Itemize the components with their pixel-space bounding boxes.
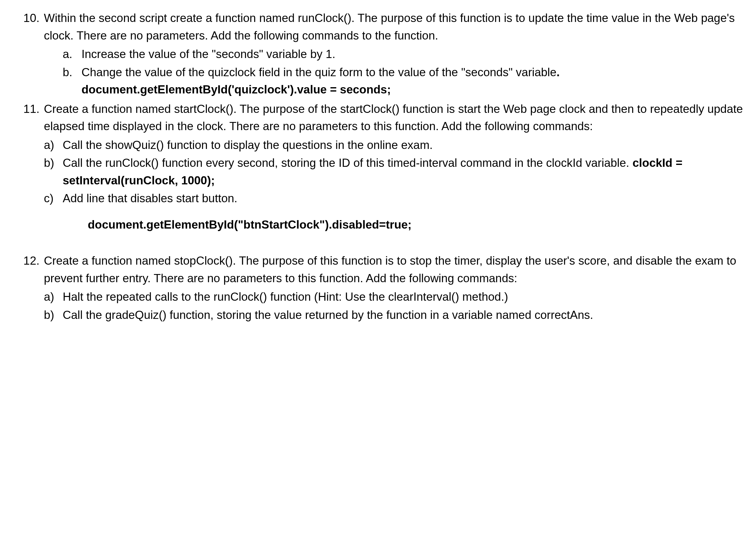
sub-list-marker: a) xyxy=(44,288,63,306)
sub-list-item: a.Increase the value of the "seconds" va… xyxy=(44,45,743,63)
sub-list-item: a)Halt the repeated calls to the runCloc… xyxy=(44,288,743,306)
sub-list-body: Call the showQuiz() function to display … xyxy=(63,136,743,154)
spacer xyxy=(13,245,743,252)
paragraph: Create a function named startClock(). Th… xyxy=(44,100,743,135)
sub-list-item: c)Add line that disables start button. xyxy=(44,190,743,207)
list-body: Create a function named stopClock(). The… xyxy=(44,252,743,324)
document-content: 10.Within the second script create a fun… xyxy=(13,9,743,324)
list-marker: 11. xyxy=(13,100,44,244)
sub-list: a.Increase the value of the "seconds" va… xyxy=(44,45,743,99)
body-text: Change the value of the quizclock field … xyxy=(82,66,556,79)
sub-list-body: Halt the repeated calls to the runClock(… xyxy=(63,288,743,306)
body-text: Within the second script create a functi… xyxy=(44,12,735,42)
sub-list-body: Increase the value of the "seconds" vari… xyxy=(82,45,743,63)
sub-list-body: Change the value of the quizclock field … xyxy=(82,64,743,99)
body-text: Increase the value of the "seconds" vari… xyxy=(82,48,335,60)
body-text: Call the runClock() function every secon… xyxy=(63,156,633,169)
paragraph: Create a function named stopClock(). The… xyxy=(44,252,743,287)
list-item: 11.Create a function named startClock().… xyxy=(13,100,743,244)
list-item: 12.Create a function named stopClock(). … xyxy=(13,252,743,324)
sub-list-marker: b) xyxy=(44,154,63,189)
sub-list-marker: b. xyxy=(63,64,82,99)
sub-list-marker: b) xyxy=(44,306,63,324)
body-text: Call the gradeQuiz() function, storing t… xyxy=(63,309,593,321)
sub-list: a)Halt the repeated calls to the runCloc… xyxy=(44,288,743,324)
body-text: Add line that disables start button. xyxy=(63,192,237,205)
body-text: Create a function named stopClock(). The… xyxy=(44,254,736,285)
list-marker: 12. xyxy=(13,252,44,324)
sub-list-marker: c) xyxy=(44,190,63,207)
body-text: Create a function named startClock(). Th… xyxy=(44,103,743,133)
paragraph: Within the second script create a functi… xyxy=(44,9,743,44)
code-text: document.getElementById('quizclock').val… xyxy=(82,83,391,96)
code-text: . xyxy=(556,66,560,79)
body-text: Call the showQuiz() function to display … xyxy=(63,139,433,151)
list-marker: 10. xyxy=(13,9,44,99)
list-body: Create a function named startClock(). Th… xyxy=(44,100,743,244)
list-item: 10.Within the second script create a fun… xyxy=(13,9,743,99)
sub-list: a)Call the showQuiz() function to displa… xyxy=(44,136,743,207)
sub-list-item: b)Call the gradeQuiz() function, storing… xyxy=(44,306,743,324)
sub-list-item: b.Change the value of the quizclock fiel… xyxy=(44,64,743,99)
sub-list-body: Call the runClock() function every secon… xyxy=(63,154,743,189)
code-line: document.getElementById("btnStartClock")… xyxy=(88,216,743,234)
sub-list-body: Add line that disables start button. xyxy=(63,190,743,207)
sub-list-body: Call the gradeQuiz() function, storing t… xyxy=(63,306,743,324)
sub-list-item: a)Call the showQuiz() function to displa… xyxy=(44,136,743,154)
list-body: Within the second script create a functi… xyxy=(44,9,743,99)
sub-list-marker: a) xyxy=(44,136,63,154)
sub-list-item: b)Call the runClock() function every sec… xyxy=(44,154,743,189)
sub-list-marker: a. xyxy=(63,45,82,63)
body-text: Halt the repeated calls to the runClock(… xyxy=(63,290,508,303)
